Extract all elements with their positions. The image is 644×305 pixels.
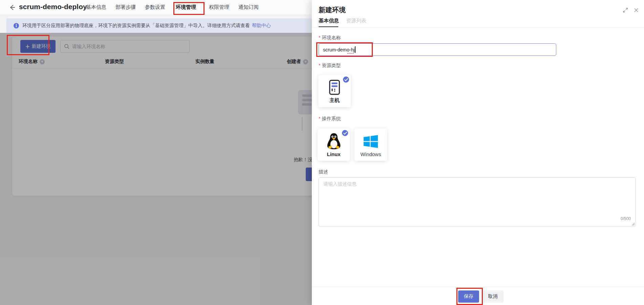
- char-counter: 0/500: [621, 216, 631, 221]
- description-label: 描述: [319, 169, 328, 175]
- env-name-label: *环境名称: [319, 35, 341, 41]
- required-mark: *: [319, 35, 320, 40]
- info-icon: [14, 23, 19, 28]
- tab-deploy-steps[interactable]: 部署步骤: [115, 4, 136, 10]
- description-textarea[interactable]: 请输入描述信息 0/500: [319, 177, 636, 227]
- banner-text: 环境用于区分应用部署的物理底座，环境下的资源实例需要从「基础资源管理」中导入。详…: [22, 23, 250, 29]
- close-icon[interactable]: [633, 7, 639, 13]
- tab-environment-management[interactable]: 环境管理: [176, 4, 196, 10]
- env-name-value: scrum-demo-hj: [323, 47, 355, 52]
- drawer-footer-divider: [312, 287, 644, 287]
- drawer-title: 新建环境: [319, 5, 346, 15]
- tab-parameter-settings[interactable]: 参数设置: [145, 4, 165, 10]
- selected-check-icon: [342, 76, 350, 83]
- expand-icon[interactable]: [622, 7, 628, 13]
- os-option-windows[interactable]: Windows: [355, 129, 387, 161]
- save-button[interactable]: 保存: [458, 290, 479, 303]
- linux-tux-icon: [325, 131, 343, 150]
- required-mark: *: [319, 63, 320, 68]
- windows-option-label: Windows: [355, 151, 387, 157]
- text-caret: [355, 46, 356, 53]
- project-title: scrum-demo-deploy: [19, 3, 87, 11]
- host-option-label: 主机: [318, 97, 351, 104]
- drawer-mask[interactable]: [0, 33, 312, 305]
- linux-option-label: Linux: [318, 151, 350, 157]
- drawer-tab-basic-info[interactable]: 基本信息: [319, 18, 339, 24]
- description-placeholder: 请输入描述信息: [323, 181, 357, 187]
- host-icon: [327, 80, 342, 95]
- resize-handle[interactable]: [631, 222, 635, 226]
- spellcheck-squiggle: [347, 53, 353, 54]
- windows-logo-icon: [363, 134, 379, 149]
- tab-notification-subscription[interactable]: 通知订阅: [238, 4, 259, 10]
- help-center-link[interactable]: 帮助中心: [252, 23, 271, 29]
- os-label: *操作系统: [319, 116, 341, 122]
- app-root: scrum-demo-deploy 基本信息 部署步骤 参数设置 环境管理 权限…: [0, 0, 644, 305]
- selected-check-icon: [341, 129, 349, 137]
- tab-permission-management[interactable]: 权限管理: [209, 4, 229, 10]
- cancel-button[interactable]: 取消: [482, 290, 503, 303]
- back-arrow-icon[interactable]: [9, 4, 16, 11]
- required-mark: *: [319, 116, 320, 121]
- os-option-linux[interactable]: Linux: [318, 129, 350, 161]
- tab-basic-info[interactable]: 基本信息: [86, 4, 106, 10]
- resource-type-option-host[interactable]: 主机: [318, 75, 351, 107]
- env-name-input[interactable]: scrum-demo-hj: [319, 43, 556, 56]
- drawer-tabs-divider: [312, 27, 644, 27]
- resource-type-label: *资源类型: [319, 63, 341, 69]
- new-environment-drawer: 新建环境 基本信息 资源列表 *环境名称 scrum-demo-hj *资源类型: [312, 0, 644, 305]
- drawer-tab-resource-list[interactable]: 资源列表: [346, 18, 366, 24]
